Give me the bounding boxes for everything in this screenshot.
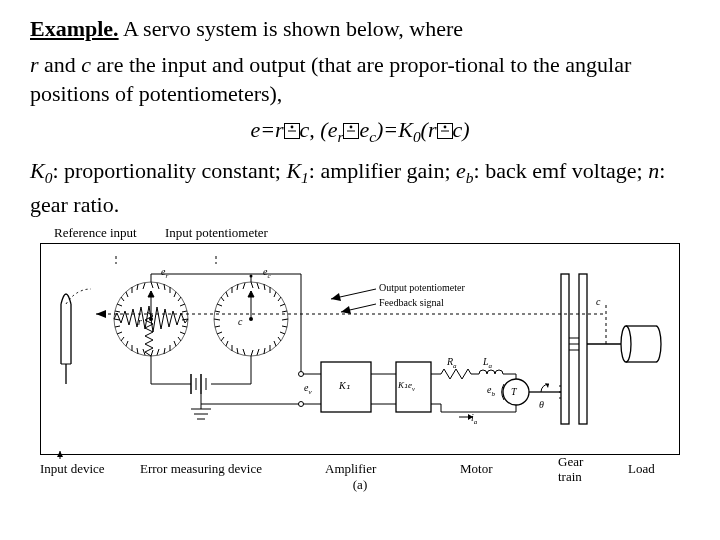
var-c: c (81, 52, 91, 77)
label-load: Load (628, 461, 655, 477)
K1-text: : amplifier gain; (309, 158, 456, 183)
sym-r: r (138, 316, 142, 327)
svg-point-5 (443, 126, 446, 129)
svg-point-3 (350, 126, 353, 129)
definitions: K0: proportionality constant; K1: amplif… (30, 156, 690, 219)
n: n (648, 158, 659, 183)
K1: K (286, 158, 301, 183)
eq-final-c: c) (453, 117, 470, 142)
example-lead: Example. (30, 16, 119, 41)
heading-rest: A servo system is shown below, where (119, 16, 463, 41)
K0: K (30, 158, 45, 183)
K1-sub: 1 (301, 170, 309, 187)
sym-c-pot: c (238, 316, 242, 327)
sym-T: T (511, 386, 517, 397)
eb-sub: b (466, 170, 474, 187)
var-r: r (30, 52, 39, 77)
minus-box-icon (437, 123, 453, 139)
sentence-rest: are the input and output (that are propo… (30, 52, 631, 107)
equation-line: e=rc, (erec)=K0(rc) (30, 117, 690, 146)
sym-ec: ec (263, 266, 271, 280)
diagram-top-labels: Reference input Input potentiometer (40, 225, 680, 243)
text-and: and (39, 52, 82, 77)
sym-K1ev: K₁ev (398, 380, 415, 392)
eb: e (456, 158, 466, 183)
sym-er: er (161, 266, 168, 280)
heading-para: Example. A servo system is shown below, … (30, 14, 690, 44)
label-error-device: Error measuring device (140, 461, 262, 477)
eq-c1: c, (e (300, 117, 338, 142)
minus-box-icon (284, 123, 300, 139)
K0-text: : proportionality constant; (52, 158, 286, 183)
figure-caption: (a) (40, 477, 680, 493)
sym-ev: ev (304, 382, 312, 396)
label-feedback: Feedback signal (379, 297, 444, 308)
minus-box-icon (343, 123, 359, 139)
svg-point-1 (290, 126, 293, 129)
label-gear: Gear train (558, 455, 583, 484)
sym-eb: eb (487, 384, 495, 398)
eq-open-r: (r (421, 117, 437, 142)
eq-e: e=r (250, 117, 283, 142)
eq-sub-0: 0 (413, 128, 421, 145)
sym-Ra: Ra (447, 356, 457, 370)
eb-text: : back emf voltage; (474, 158, 649, 183)
svg-marker-78 (57, 451, 63, 457)
diagram: Reference input Input potentiometer (40, 225, 680, 493)
sym-K1: K₁ (339, 380, 350, 391)
intro-sentence: r and c are the input and output (that a… (30, 50, 690, 109)
svg-marker-76 (468, 414, 473, 420)
eq-close: )=K (376, 117, 413, 142)
page: Example. A servo system is shown below, … (0, 0, 720, 493)
diagram-box: er ec r c ev K₁ K₁ev Ra La eb T ia θ c O… (40, 243, 680, 455)
sym-theta: θ (539, 399, 544, 410)
eq-mid: e (359, 117, 369, 142)
label-input-device: Input device (40, 461, 105, 477)
label-ref-input: Reference input (54, 225, 137, 241)
sym-La: La (483, 356, 492, 370)
label-out-pot: Output potentiometer (379, 282, 465, 293)
sym-c: c (596, 296, 600, 307)
label-motor: Motor (460, 461, 493, 477)
label-amplifier: Amplifier (325, 461, 376, 477)
label-input-pot: Input potentiometer (165, 225, 268, 241)
diagram-bottom-labels: Input device Error measuring device Ampl… (40, 455, 680, 475)
